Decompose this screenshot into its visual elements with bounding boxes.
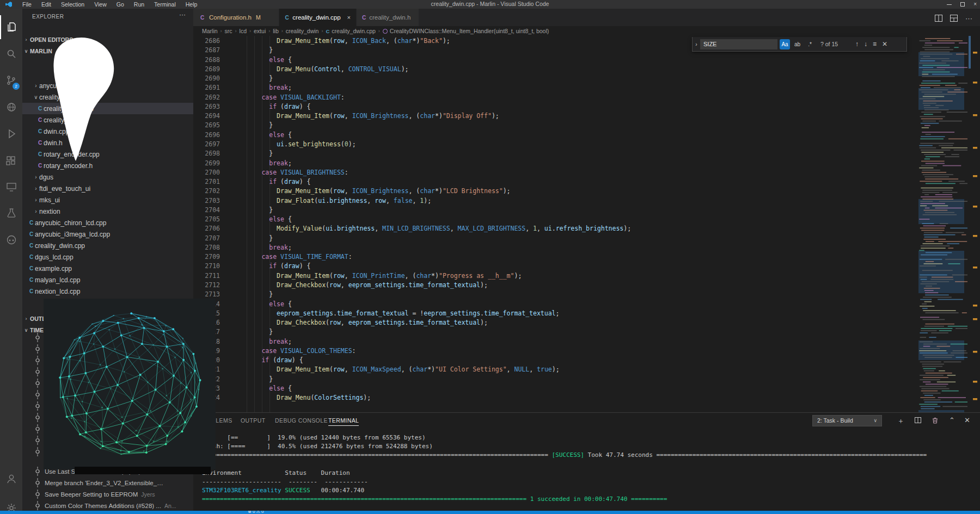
code-line: 2712 Draw_Checkbox(row, eeprom_settings.…	[193, 281, 917, 290]
activity-extensions-icon[interactable]	[0, 148, 22, 172]
whole-word-toggle[interactable]: ab	[792, 39, 803, 49]
split-terminal-icon[interactable]	[915, 417, 921, 423]
git-commit-icon	[34, 490, 41, 499]
match-case-toggle[interactable]: Aa	[780, 39, 790, 49]
code-text: }	[231, 290, 273, 299]
terminal-profile-select[interactable]: 2: Task - Build ∨	[812, 415, 882, 426]
breadcrumb-item[interactable]: extui	[254, 28, 266, 34]
tree-item-anycubic_chiron_lcd.cpp[interactable]: Canycubic_chiron_lcd.cpp	[22, 217, 193, 228]
next-match-icon[interactable]: ↓	[864, 40, 867, 48]
activity-globe-icon[interactable]	[0, 95, 22, 119]
code-editor[interactable]: 2686 Draw_Menu_Item(row, ICON_Back, (cha…	[193, 36, 917, 412]
tab-creality_dwin.cpp[interactable]: Ccreality_dwin.cpp×	[279, 9, 357, 26]
panel-tab-terminal[interactable]: TERMINAL	[328, 417, 359, 426]
sidebar-more-actions-icon[interactable]: ···	[179, 11, 186, 18]
overview-ruler[interactable]	[967, 36, 980, 412]
activity-run-debug-icon[interactable]	[0, 122, 22, 146]
new-terminal-icon[interactable]: ＋	[897, 416, 904, 426]
tree-item-ftdi_eve_touch_ui[interactable]: ›ftdi_eve_touch_ui	[22, 183, 193, 194]
activity-remote-explorer-icon[interactable]	[0, 175, 22, 199]
toggle-replace-icon[interactable]: ›	[693, 41, 700, 47]
close-window-icon[interactable]: ×	[973, 2, 977, 7]
kill-terminal-icon[interactable]	[932, 417, 938, 424]
maximize-panel-icon[interactable]: ⌃	[949, 416, 955, 424]
code-text: Draw_Checkbox(row, eeprom_settings.time_…	[231, 318, 488, 327]
code-text: Modify_Value(ui.brightness, MIN_LCD_BRIG…	[231, 224, 631, 233]
code-line: 2702 Draw_Menu_Item(row, ICON_Brightness…	[193, 187, 917, 196]
symbol-method-icon	[383, 29, 388, 34]
close-tab-icon[interactable]: ×	[347, 14, 351, 21]
panel-tab-debug-console[interactable]: DEBUG CONSOLE	[275, 417, 328, 424]
minimize-icon[interactable]	[947, 4, 952, 5]
regex-toggle[interactable]: .*	[805, 39, 815, 49]
git-commit-icon	[34, 390, 41, 399]
line-number: 2686	[193, 36, 220, 46]
tree-item-label: mks_ui	[39, 196, 60, 204]
activity-account-icon[interactable]	[0, 467, 22, 491]
line-number: 2700	[193, 168, 220, 177]
breadcrumb-item[interactable]: lib	[273, 28, 279, 34]
activity-platformio-icon[interactable]	[0, 228, 22, 252]
activity-files-icon[interactable]	[0, 15, 22, 39]
breadcrumb-separator: ›	[220, 28, 222, 34]
breadcrumb-item[interactable]: src	[225, 28, 232, 34]
tree-item-dgus[interactable]: ›dgus	[22, 171, 193, 183]
code-text: case VISUAL_BRIGHTNESS:	[231, 168, 348, 177]
breadcrumb-separator: ›	[235, 28, 237, 34]
maximize-icon[interactable]	[960, 2, 965, 7]
timeline-item[interactable]: Merge branch 'Ender_3_V2_Extensible_UI' …	[22, 477, 193, 488]
wireframe-sphere-graphic	[44, 299, 216, 469]
timeline-item[interactable]: Custom Color Themes Additions (#528) ...…	[22, 500, 193, 511]
code-text: if (draw) {	[231, 177, 311, 187]
editor-layout-icon[interactable]	[950, 15, 958, 22]
tree-item-mks_ui[interactable]: ›mks_ui	[22, 194, 193, 206]
find-input[interactable]: SIZE	[700, 39, 777, 49]
tree-item-anycubic_i3mega_lcd.cpp[interactable]: Canycubic_i3mega_lcd.cpp	[22, 228, 193, 240]
timeline-item[interactable]: Save Beeper Setting to EEPROMJyers	[22, 488, 193, 500]
chevron-down-icon: ∨	[22, 48, 30, 54]
split-editor-icon[interactable]	[935, 15, 942, 22]
git-commit-icon	[34, 344, 41, 354]
activity-search-icon[interactable]	[0, 42, 22, 66]
breadcrumb-file[interactable]: creality_dwin.cpp	[332, 28, 376, 34]
close-find-icon[interactable]: ✕	[882, 40, 887, 48]
tree-item-creality_dwin.cpp[interactable]: Ccreality_dwin.cpp	[22, 240, 193, 251]
tree-item-dgus_lcd.cpp[interactable]: Cdgus_lcd.cpp	[22, 251, 193, 263]
tree-item-example.cpp[interactable]: Cexample.cpp	[22, 263, 193, 274]
code-text: eeprom_settings.time_format_textual = !e…	[231, 309, 560, 318]
activity-beaker-icon[interactable]	[0, 201, 22, 225]
code-text: ui.set_brightness(0);	[231, 140, 356, 149]
breadcrumb-item[interactable]: creality_dwin	[286, 28, 319, 34]
editor-actions: ···	[935, 13, 972, 23]
tab-creality_dwin.h[interactable]: Ccreality_dwin.h	[357, 9, 419, 26]
line-number: 2701	[193, 177, 220, 187]
breadcrumb-item[interactable]: Marlin	[202, 28, 218, 34]
status-bar: ⊗ 0 ⚠ 0	[0, 511, 980, 514]
breadcrumb[interactable]: Marlin›src›lcd›extui›lib›creality_dwin›C…	[193, 26, 917, 36]
breadcrumb-separator: ›	[321, 28, 323, 34]
tree-item-nextion_lcd.cpp[interactable]: Cnextion_lcd.cpp	[22, 286, 193, 297]
code-text: case VISUAL_BACKLIGHT:	[231, 93, 345, 102]
more-actions-icon[interactable]: ···	[965, 13, 972, 23]
breadcrumb-symbol[interactable]: CrealityDWINClass::Menu_Item_Handler(uin…	[390, 28, 549, 34]
tree-item-malyan_lcd.cpp[interactable]: Cmalyan_lcd.cpp	[22, 274, 193, 286]
code-line: 2713 }	[193, 290, 917, 299]
code-line: 2719 case VISUAL_COLOR_THEMES:	[193, 346, 917, 356]
minimap[interactable]	[917, 36, 967, 412]
activity-source-control-icon[interactable]: 2	[0, 69, 22, 92]
code-text: }	[231, 46, 273, 55]
find-in-selection-icon[interactable]: ≡	[873, 40, 877, 48]
breadcrumb-item[interactable]: lcd	[240, 28, 247, 34]
chevron-right-icon: ›	[33, 197, 39, 203]
panel-tab-output[interactable]: OUTPUT	[241, 417, 266, 424]
line-number: 2712	[193, 281, 220, 290]
problems-status[interactable]: ⊗ 0 ⚠ 0	[248, 511, 264, 514]
sidebar-title: EXPLORER	[32, 14, 64, 20]
close-panel-icon[interactable]: ✕	[964, 416, 970, 424]
extensions-icon	[5, 154, 18, 167]
previous-match-icon[interactable]: ↑	[855, 40, 859, 48]
tab-Configuration.h[interactable]: CConfiguration.hM	[193, 9, 279, 26]
tree-item-nextion[interactable]: ›nextion	[22, 206, 193, 217]
line-number: 2703	[193, 196, 220, 206]
git-commit-icon	[34, 413, 41, 422]
